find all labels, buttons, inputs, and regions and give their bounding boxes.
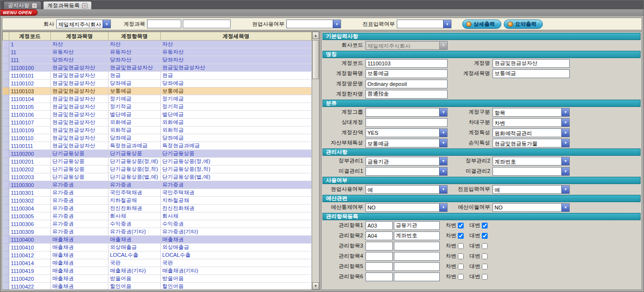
detail-print-button[interactable]: 상세출력 [462,20,501,29]
account-balance-select[interactable]: YES ▼ [365,128,448,137]
mgmt-item-code-input[interactable] [365,262,393,271]
table-row[interactable]: 11100306유가증권수익증권수익증권 [3,220,312,228]
tab-notice[interactable]: 공지사항 × [3,1,42,9]
table-row[interactable]: 11100203단기금융상품단기금융상품(별,예)단기금융상품(별,예) [3,173,312,181]
account-trait-select[interactable]: 원화예적금관리 ▼ [493,128,570,137]
credit-checkbox[interactable] [482,233,488,239]
col-header-subject[interactable]: 계정과목명 [51,32,108,41]
open-mgmt1-select[interactable]: ▼ [365,167,448,176]
col-header-item[interactable]: 계정항목명 [108,32,161,41]
table-row[interactable]: 11100201단기금융상품단기금융상품(정,예)단기금융상품(정,예) [3,158,312,166]
table-row[interactable]: 11100400매출채권매출채권매출채권 [3,236,312,244]
budget-control-select[interactable]: NO ▼ [365,203,448,212]
mgmt-item-code-input[interactable] [365,231,393,240]
asset-liability-trait-select[interactable]: 보통예금 ▼ [365,139,448,147]
table-row[interactable]: 11100110현금및현금성자산당좌예금당좌예금 [3,134,312,142]
vertical-scrollbar[interactable]: ▲ ▼ [312,32,319,290]
slip-use-select[interactable]: 예 ▼ [493,185,570,194]
table-row[interactable]: 11100419매출채권매출채권(기타)매출채권(기타) [3,267,312,275]
scroll-up-icon[interactable]: ▲ [312,32,319,39]
account-code-filter-input[interactable] [147,20,181,28]
debit-checkbox[interactable] [458,223,464,229]
mgmt-item-name-input[interactable] [394,221,440,230]
mgmt-item-name-input[interactable] [394,272,440,281]
scroll-down-icon[interactable]: ▼ [312,282,319,290]
table-row[interactable]: 11100422매출채권할인어음할인어음 [3,283,312,290]
table-row[interactable]: 11100111현금및현금성자산특정현금과예금특정현금과예금 [3,142,312,150]
table-row[interactable]: 11100202단기금융상품단기금융상품(정,적)단기금융상품(정,적) [3,166,312,173]
credit-checkbox[interactable] [482,243,488,249]
tab-account-registration[interactable]: 계정과목등록 × [43,1,92,9]
debit-checkbox[interactable] [458,233,464,239]
mgmt-item-name-input[interactable] [394,231,440,240]
table-row[interactable]: 11100300유가증권유가증권유가증권 [3,181,312,189]
profit-loss-trait-select[interactable]: 현금및현금등가물 ▼ [493,139,570,147]
account-division-select[interactable]: 항목 ▼ [493,108,570,117]
mgmt-item-name-input[interactable] [394,252,440,261]
table-row[interactable]: 11100109현금및현금성자산외화적금외화적금 [3,126,312,134]
field-use-detail-select[interactable]: 예 ▼ [365,185,448,194]
table-row[interactable]: 11100104현금및현금성자산정기예금정기예금 [3,95,312,103]
account-name-input[interactable] [493,59,570,68]
debit-checkbox[interactable] [458,243,464,249]
mgmt-item-name-input[interactable] [394,242,440,250]
counter-account-input[interactable] [365,118,448,127]
table-row[interactable]: 1자산자산자산 [3,41,312,48]
item-name-input[interactable] [365,69,448,78]
mgmt-item-code-input[interactable] [365,242,393,250]
table-row[interactable]: 11100200단기금융상품단기금융상품단기금융상품 [3,150,312,158]
table-row[interactable]: 11100304유가증권전신전화채권전신전화채권 [3,205,312,212]
table-row[interactable]: 11100105현금및현금성자산정기적금정기적금 [3,103,312,111]
col-header-code[interactable]: 계정코드 [9,32,51,41]
table-row[interactable]: 11100410매출채권외상매출금외상매출금 [3,244,312,251]
summary-print-button[interactable]: 요약출력 [504,20,543,29]
scrollbar-thumb[interactable] [312,40,319,79]
account-group-select[interactable]: ▼ [365,108,448,117]
col-header-detail[interactable]: 계정세목명 [161,32,312,41]
field-use-select[interactable]: ▼ [286,20,341,28]
debit-checkbox[interactable] [458,274,464,280]
debit-credit-division-select[interactable]: 차변 ▼ [493,118,570,127]
open-mgmt2-select[interactable]: ▼ [493,167,570,176]
table-row[interactable]: 11100106현금및현금성자산별단예금별단예금 [3,111,312,119]
credit-checkbox[interactable] [482,274,488,280]
credit-checkbox[interactable] [482,253,488,259]
table-row[interactable]: 11100107현금및현금성자산외화예금외화예금 [3,119,312,126]
close-icon[interactable]: × [32,3,37,8]
table-row[interactable]: 11100100현금및현금성자산현금및현금성자산현금및현금성자산 [3,64,312,72]
debit-checkbox[interactable] [458,264,464,270]
table-row[interactable]: 11100414매출채권국판국판 [3,259,312,267]
mgmt-item-code-input[interactable] [365,272,393,281]
mgmt-item-code-input[interactable] [365,252,393,261]
credit-checkbox[interactable] [482,223,488,229]
mgmt-item-code-input[interactable] [365,221,393,230]
table-row[interactable]: 11100302유가증권지하철공채지하철공채 [3,197,312,205]
close-icon[interactable]: × [82,3,87,8]
cell-subject: 매출채권 [51,244,108,251]
book-mgmt1-select[interactable]: 금융기관 ▼ [365,157,448,166]
table-row[interactable]: 11100102현금및현금성자산당좌예금당좌예금 [3,80,312,87]
company-select[interactable]: 제일제지주식회사 ▼ [56,20,111,28]
scrollbar-track[interactable] [312,39,319,282]
detail-name-input[interactable] [493,69,570,78]
slip-input-select[interactable]: ▼ [397,20,451,28]
table-row[interactable]: 11100309유가증권유가증권(기타)유가증권(기타) [3,228,312,236]
book-mgmt2-select[interactable]: 계좌번호 ▼ [493,157,570,166]
credit-checkbox[interactable] [482,264,488,270]
table-row[interactable]: 111당좌자산당좌자산당좌자산 [3,56,312,64]
eng-name-input[interactable] [365,80,448,88]
table-row[interactable]: 11100101현금및현금성자산현금현금 [3,72,312,80]
table-row[interactable]: 11100305유가증권회사채회사채 [3,212,312,220]
mgmt-item-name-input[interactable] [394,262,440,271]
table-row[interactable]: 11100420매출채권받을어음받을어음 [3,275,312,283]
table-row[interactable]: 11100301유가증권국민주택채권국민주택채권 [3,189,312,197]
budget-carryover-select[interactable]: NO ▼ [493,203,570,212]
table-row[interactable]: 11100412매출채권LOCAL수출LOCAL수출 [3,251,312,259]
account-code-input[interactable] [365,59,448,68]
table-row[interactable]: 11100103현금및현금성자산보통예금보통예금 [3,87,312,95]
menu-open-button[interactable]: MENU OPEN [0,9,38,16]
account-name-filter-input[interactable] [183,20,231,28]
hanja-name-input[interactable] [365,90,448,99]
debit-checkbox[interactable] [458,253,464,259]
table-row[interactable]: 11유동자산유동자산유동자산 [3,48,312,56]
